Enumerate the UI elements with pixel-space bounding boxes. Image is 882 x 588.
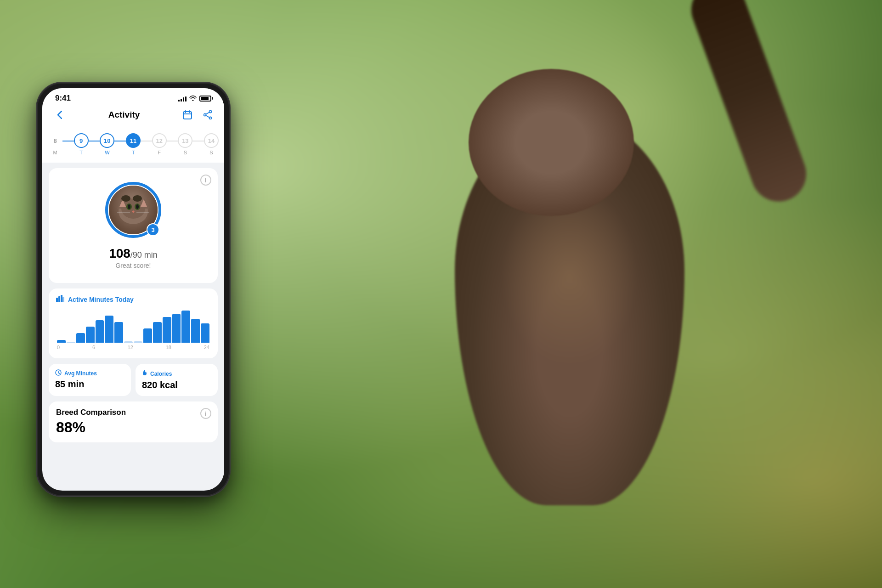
- chart-title-row: Active Minutes Today: [56, 295, 210, 304]
- day-label-12: F: [158, 150, 161, 155]
- signal-bar-1: [178, 100, 180, 102]
- bars-container: [56, 311, 210, 343]
- signal-bar-4: [185, 96, 187, 102]
- phone-shell: 9:41: [37, 83, 230, 496]
- bar-5: [105, 316, 113, 343]
- bar-1: [67, 342, 75, 343]
- calories-value: 820 kcal: [142, 380, 211, 390]
- calories-card: Calories 820 kcal: [136, 364, 218, 396]
- wifi-icon: [189, 96, 197, 101]
- svg-rect-18: [56, 298, 58, 302]
- svg-rect-20: [61, 295, 62, 302]
- calories-header: Calories: [142, 369, 211, 378]
- chart-x-labels: 0 6 12 18 24: [56, 345, 210, 350]
- day-item-9[interactable]: 9 T: [74, 133, 89, 155]
- status-icons: [178, 95, 211, 102]
- bar-0: [57, 340, 66, 343]
- bar-9: [143, 328, 152, 343]
- nav-title: Activity: [108, 110, 140, 120]
- signal-bars-icon: [178, 95, 187, 102]
- day-item-8[interactable]: 8 M: [48, 133, 62, 155]
- day-item-10[interactable]: 10 W: [100, 133, 114, 155]
- day-item-12[interactable]: 12 F: [152, 133, 167, 155]
- score-value: 108: [109, 246, 130, 260]
- bar-8: [134, 341, 142, 343]
- clock-icon: [55, 369, 62, 377]
- day-label-10: W: [105, 150, 109, 155]
- avg-minutes-value: 85 min: [55, 379, 124, 390]
- calendar-button[interactable]: [180, 107, 195, 122]
- avg-minutes-card: Avg Minutes 85 min: [49, 364, 131, 396]
- day-item-11[interactable]: 11 T: [126, 133, 141, 155]
- connector-3: [114, 141, 126, 141]
- active-minutes-chart-card: Active Minutes Today: [49, 288, 218, 358]
- bar-4: [96, 320, 104, 343]
- breed-info-button[interactable]: i: [200, 408, 211, 419]
- back-button[interactable]: [51, 107, 68, 123]
- svg-rect-0: [183, 112, 192, 119]
- bar-15: [201, 323, 209, 343]
- breed-comparison-title: Breed Comparison: [56, 408, 210, 417]
- day-label-9: T: [79, 150, 83, 155]
- connector-1: [62, 141, 74, 141]
- calories-label: Calories: [150, 371, 172, 377]
- connector-4: [141, 141, 152, 141]
- breed-comparison-card: Breed Comparison 88% i: [49, 401, 218, 442]
- day-circle-14: 14: [204, 133, 219, 148]
- status-bar: 9:41: [42, 88, 224, 103]
- chart-label-0: 0: [57, 345, 60, 350]
- day-label-11: T: [132, 150, 135, 155]
- day-label-8: M: [53, 150, 57, 155]
- score-target: /90 min: [130, 250, 158, 260]
- svg-point-11: [136, 204, 139, 209]
- stats-row: Avg Minutes 85 min Calories: [49, 364, 218, 396]
- content-area: i: [42, 163, 224, 442]
- avg-minutes-header: Avg Minutes: [55, 369, 124, 377]
- chart-label-6: 6: [92, 345, 95, 350]
- bar-11: [163, 317, 171, 343]
- bar-10: [153, 322, 162, 343]
- connector-5: [167, 141, 178, 141]
- share-button[interactable]: [200, 107, 215, 122]
- battery-icon: [199, 96, 211, 102]
- connector-2: [89, 141, 100, 141]
- day-circle-11: 11: [126, 133, 141, 148]
- activity-info-button[interactable]: i: [200, 175, 211, 186]
- chart-label-24: 24: [204, 345, 209, 350]
- pet-activity-ring: 3: [103, 180, 163, 240]
- cat-figure: [432, 69, 753, 528]
- bar-12: [172, 314, 181, 343]
- cat-head: [469, 69, 634, 216]
- day-label-13: S: [184, 150, 187, 155]
- nav-bar: Activity: [42, 103, 224, 129]
- bar-13: [181, 311, 190, 343]
- avg-minutes-label: Avg Minutes: [64, 370, 97, 377]
- day-item-14[interactable]: 14 S: [204, 133, 219, 155]
- chart-title-text: Active Minutes Today: [68, 296, 134, 303]
- signal-bar-2: [181, 99, 182, 102]
- chart-label-12: 12: [128, 345, 133, 350]
- activity-score-card: i: [49, 168, 218, 283]
- day-item-13[interactable]: 13 S: [178, 133, 192, 155]
- svg-rect-21: [62, 297, 64, 302]
- score-label: Great score!: [115, 262, 151, 269]
- connector-6: [192, 141, 204, 141]
- phone-screen: 9:41: [42, 88, 224, 491]
- bar-14: [191, 319, 200, 343]
- day-circle-13: 13: [178, 133, 192, 148]
- chart-bar-icon: [56, 295, 64, 304]
- phone: 9:41: [37, 83, 230, 496]
- score-area: 3 108/90 min Great score!: [56, 175, 210, 276]
- signal-bar-3: [183, 97, 184, 102]
- day-label-14: S: [209, 150, 213, 155]
- flame-icon: [142, 369, 147, 378]
- activity-badge: 3: [147, 223, 159, 236]
- day-circle-9: 9: [74, 133, 89, 148]
- chart-label-18: 18: [166, 345, 171, 350]
- day-selector: 8 M 9 T 10 W: [42, 129, 224, 163]
- day-circle-10: 10: [100, 133, 114, 148]
- day-circle-12: 12: [152, 133, 167, 148]
- nav-actions: [180, 107, 215, 122]
- bar-2: [76, 333, 85, 343]
- bar-7: [124, 341, 133, 343]
